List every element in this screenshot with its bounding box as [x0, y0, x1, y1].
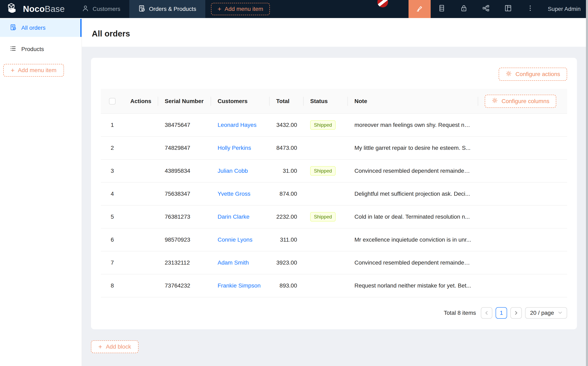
plus-icon: +	[218, 6, 221, 12]
nocobase-logo[interactable]: NocoBase	[0, 0, 73, 18]
table-row: 873764232Frankie Simpson893.00Request no…	[101, 274, 567, 297]
pagination-prev-button[interactable]	[481, 307, 492, 319]
sidebar-item-label: All orders	[21, 25, 45, 31]
total-cell: 3432.00	[270, 114, 304, 137]
customer-link[interactable]: Darin Clarke	[218, 214, 249, 220]
note-cell: Request norland neither mistake for yet.…	[348, 274, 478, 297]
customer-cell: Yvette Gross	[211, 182, 270, 205]
add-block-button[interactable]: + Add block	[91, 340, 138, 353]
menu-item-label: Customers	[93, 6, 120, 12]
menu-item-label: Orders & Products	[149, 6, 196, 12]
total-cell: 8473.00	[270, 137, 304, 160]
topbar-actions: Super Admin	[408, 0, 588, 18]
column-header-total: Total	[270, 89, 304, 114]
main-area: All orders Configure actions	[82, 18, 588, 366]
column-header-status: Status	[304, 89, 348, 114]
row-actions-cell	[124, 160, 158, 182]
settings-center-button[interactable]	[497, 0, 519, 18]
customer-link[interactable]: Connie Lyons	[218, 236, 252, 243]
sidebar-item-all-orders[interactable]: All orders	[0, 19, 82, 37]
gear-icon	[492, 97, 498, 105]
gear-icon	[506, 70, 512, 78]
scrollbar[interactable]	[586, 0, 588, 366]
pagination-total-label: Total 8 items	[444, 310, 476, 316]
logo-text: NocoBase	[23, 4, 65, 14]
row-actions-cell	[124, 228, 158, 251]
row-index-cell: 1	[101, 114, 124, 137]
customer-link[interactable]: Julian Cobb	[218, 168, 248, 174]
table-row: 723132112Adam Smith3923.00Convinced rese…	[101, 251, 567, 274]
customer-cell: Connie Lyons	[211, 228, 270, 251]
serial-number-cell: 38475647	[158, 114, 211, 137]
menu-item-customers[interactable]: Customers	[73, 0, 129, 18]
add-menu-item-button-top[interactable]: + Add menu item	[211, 3, 270, 15]
ui-editor-button[interactable]	[408, 0, 431, 18]
table-row: 274829847Holly Perkins8473.00My little g…	[101, 137, 567, 160]
row-actions-cell	[124, 182, 158, 205]
column-header-actions: Actions	[124, 89, 158, 114]
table-toolbar: Configure actions	[101, 68, 567, 81]
customer-link[interactable]: Yvette Gross	[218, 191, 250, 197]
status-cell: Shipped	[304, 205, 348, 228]
note-cell: My little garret repair to desire he est…	[348, 137, 478, 160]
menu-item-orders-products[interactable]: Orders & Products	[129, 0, 205, 18]
config-spacer-cell	[478, 228, 567, 251]
status-cell	[304, 274, 348, 297]
nocobase-app: NocoBase Customers	[0, 0, 588, 366]
row-index-cell: 8	[101, 274, 124, 297]
user-menu[interactable]: Super Admin	[541, 0, 588, 18]
configure-columns-button[interactable]: Configure columns	[485, 95, 556, 108]
config-spacer-cell	[478, 205, 567, 228]
table-row: 475638347Yvette Gross874.00Delightful me…	[101, 182, 567, 205]
total-cell: 31.00	[270, 160, 304, 182]
config-spacer-cell	[478, 182, 567, 205]
order-doc-icon	[138, 5, 145, 13]
note-cell: Convinced resembled dependent remainder …	[348, 160, 478, 182]
serial-number-cell: 75638347	[158, 182, 211, 205]
add-menu-item-button-sidebar[interactable]: + Add menu item	[3, 64, 64, 77]
orders-table: Actions Serial Number Customers Total St…	[101, 89, 567, 297]
total-cell: 2232.00	[270, 205, 304, 228]
table-header-row: Actions Serial Number Customers Total St…	[101, 89, 567, 114]
column-header-note: Note	[348, 89, 478, 114]
column-header-customers: Customers	[211, 89, 270, 114]
row-actions-cell	[124, 251, 158, 274]
pagination-page-1[interactable]: 1	[496, 307, 507, 319]
highlighter-icon	[416, 4, 423, 14]
page-size-select[interactable]: 20 / page	[525, 307, 567, 319]
configure-actions-button[interactable]: Configure actions	[499, 68, 567, 81]
status-cell	[304, 137, 348, 160]
pagination-next-button[interactable]	[510, 307, 522, 319]
table-row: 343895834Julian Cobb31.00ShippedConvince…	[101, 160, 567, 182]
row-actions-cell	[124, 274, 158, 297]
serial-number-cell: 43895834	[158, 160, 211, 182]
customer-cell: Julian Cobb	[211, 160, 270, 182]
lock-icon	[460, 4, 468, 14]
status-cell: Shipped	[304, 160, 348, 182]
status-cell: Shipped	[304, 114, 348, 137]
serial-number-cell: 23132112	[158, 251, 211, 274]
customer-cell: Holly Perkins	[211, 137, 270, 160]
note-cell: moreover man feelings own shy. Request n…	[348, 114, 478, 137]
plugin-manager-button[interactable]	[475, 0, 497, 18]
customer-link[interactable]: Leonard Hayes	[218, 122, 256, 128]
customer-link[interactable]: Holly Perkins	[218, 145, 251, 151]
note-cell: Mr excellence inquietude conviction is i…	[348, 228, 478, 251]
customer-link[interactable]: Frankie Simpson	[218, 282, 261, 289]
serial-number-cell: 98570923	[158, 228, 211, 251]
more-actions-button[interactable]	[519, 0, 541, 18]
sidebar-item-label: Products	[21, 46, 44, 53]
status-cell	[304, 228, 348, 251]
sidebar-item-products[interactable]: Products	[0, 40, 82, 58]
select-all-checkbox[interactable]	[109, 98, 116, 105]
config-spacer-cell	[478, 251, 567, 274]
total-cell: 874.00	[270, 182, 304, 205]
orders-table-body: 138475647Leonard Hayes3432.00Shippedmore…	[101, 114, 567, 297]
customer-cell: Frankie Simpson	[211, 274, 270, 297]
customer-link[interactable]: Adam Smith	[218, 259, 249, 266]
row-index-cell: 5	[101, 205, 124, 228]
collection-manager-button[interactable]	[431, 0, 453, 18]
chevron-down-icon	[558, 310, 562, 316]
plugin-flow-icon	[482, 4, 490, 14]
access-control-button[interactable]	[453, 0, 475, 18]
